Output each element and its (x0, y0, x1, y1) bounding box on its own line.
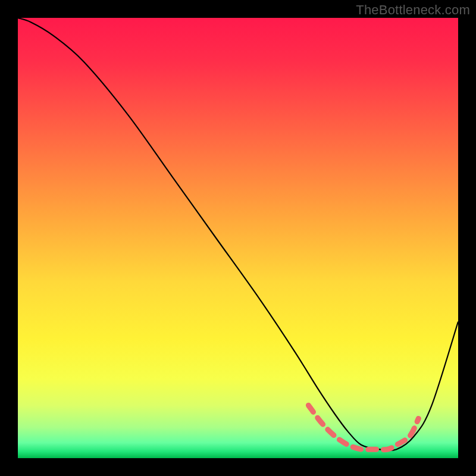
chart-canvas (18, 18, 458, 458)
attribution-label: TheBottleneck.com (356, 2, 470, 18)
chart-frame: TheBottleneck.com (0, 0, 476, 476)
gradient-background (18, 18, 458, 458)
